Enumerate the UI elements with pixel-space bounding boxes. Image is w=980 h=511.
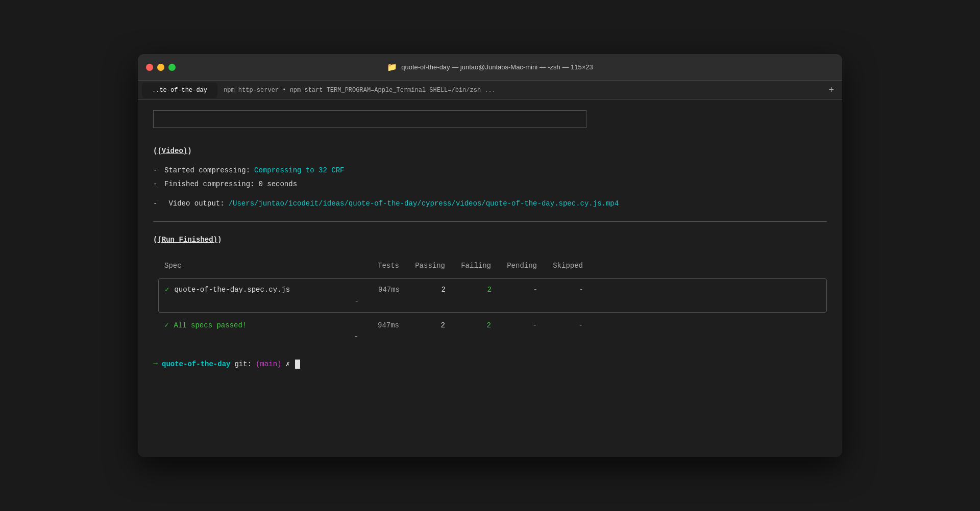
row-passing: 2 bbox=[446, 284, 492, 295]
col-pending: Pending bbox=[491, 260, 537, 271]
video-section-header: ((Video)) bbox=[153, 145, 827, 157]
window-title-text: quote-of-the-day — juntao@Juntaos-Mac-mi… bbox=[401, 63, 593, 71]
row-failing: - bbox=[492, 284, 537, 295]
terminal-body[interactable]: ((Video)) - Started compressing: Compres… bbox=[138, 100, 842, 457]
top-border-box bbox=[153, 110, 586, 128]
prompt-arrow-icon: → bbox=[153, 358, 158, 370]
dash-2: - bbox=[153, 178, 160, 190]
minimize-button[interactable] bbox=[157, 64, 164, 71]
traffic-lights bbox=[146, 64, 176, 71]
add-tab-button[interactable]: + bbox=[824, 85, 838, 95]
all-specs-label: All specs passed! bbox=[174, 320, 247, 331]
tab-2-area: npm http-server • npm start TERM_PROGRAM… bbox=[217, 85, 838, 95]
started-value: Compressing to 32 CRF bbox=[254, 165, 344, 176]
prompt-line: → quote-of-the-day git:(main) ✗ bbox=[153, 358, 827, 370]
row-pending: - bbox=[537, 284, 583, 295]
spec-cell: ✓ quote-of-the-day.spec.cy.js bbox=[165, 284, 359, 295]
close-button[interactable] bbox=[146, 64, 153, 71]
summary-pending: - bbox=[537, 320, 583, 331]
summary-passing: 2 bbox=[445, 320, 491, 331]
video-output-path: /Users/juntao/icodeit/ideas/quote-of-the… bbox=[229, 198, 619, 209]
summary-row: ✓ All specs passed! 947ms 2 2 - - - bbox=[158, 315, 827, 348]
finished-compressing-line: - Finished compressing: 0 seconds bbox=[153, 178, 827, 190]
terminal-window: 📁 quote-of-the-day — juntao@Juntaos-Mac-… bbox=[138, 54, 842, 457]
prompt-suffix-icon: ✗ bbox=[285, 359, 289, 370]
col-spec: Spec bbox=[164, 260, 358, 271]
video-output-label: Video output: bbox=[164, 198, 225, 209]
prompt-directory: quote-of-the-day bbox=[162, 359, 230, 370]
check-icon: ✓ bbox=[165, 284, 169, 295]
video-header-text: (Video) bbox=[157, 147, 187, 155]
maximize-button[interactable] bbox=[168, 64, 176, 71]
summary-time: 947ms bbox=[358, 320, 399, 331]
window-title: 📁 quote-of-the-day — juntao@Juntaos-Mac-… bbox=[387, 62, 593, 72]
dash-1: - bbox=[153, 165, 160, 176]
started-label: Started compressing: bbox=[164, 165, 250, 176]
all-specs-cell: ✓ All specs passed! bbox=[164, 320, 358, 331]
run-finished-text: (Run Finished) bbox=[157, 236, 217, 244]
summary-failing: - bbox=[491, 320, 537, 331]
run-finished-header: ((Run Finished)) bbox=[153, 234, 827, 245]
prompt-git-prefix: git: bbox=[234, 359, 252, 370]
results-table: Spec Tests Passing Failing Pending Skipp… bbox=[158, 256, 827, 348]
spec-filename: quote-of-the-day.spec.cy.js bbox=[174, 284, 290, 295]
tab-1[interactable]: ..te-of-the-day bbox=[142, 83, 217, 98]
started-compressing-line: - Started compressing: Compressing to 32… bbox=[153, 165, 827, 176]
summary-tests: 2 bbox=[399, 320, 445, 331]
summary-check-icon: ✓ bbox=[164, 320, 168, 331]
titlebar: 📁 quote-of-the-day — juntao@Juntaos-Mac-… bbox=[138, 54, 842, 81]
video-output-line: - Video output: /Users/juntao/icodeit/id… bbox=[153, 198, 827, 209]
col-tests: Tests bbox=[358, 260, 399, 271]
table-row: ✓ quote-of-the-day.spec.cy.js 947ms 2 2 … bbox=[159, 279, 826, 312]
col-passing: Passing bbox=[399, 260, 445, 271]
dash-3: - bbox=[153, 198, 160, 209]
tab-1-label: ..te-of-the-day bbox=[152, 87, 207, 94]
folder-icon: 📁 bbox=[387, 62, 397, 72]
table-header: Spec Tests Passing Failing Pending Skipp… bbox=[158, 256, 827, 275]
row-time: 947ms bbox=[359, 284, 400, 295]
finished-label: Finished compressing: bbox=[164, 178, 254, 190]
terminal-cursor bbox=[295, 360, 300, 369]
row-tests: 2 bbox=[400, 284, 446, 295]
spec-row-box: ✓ quote-of-the-day.spec.cy.js 947ms 2 2 … bbox=[158, 278, 827, 313]
summary-skipped: - bbox=[164, 331, 358, 342]
finished-value: 0 seconds bbox=[258, 178, 297, 190]
section-divider bbox=[153, 221, 827, 222]
col-failing: Failing bbox=[445, 260, 491, 271]
col-skipped: Skipped bbox=[537, 260, 583, 271]
prompt-git-branch: (main) bbox=[256, 359, 281, 370]
tab-2-label[interactable]: npm http-server • npm start TERM_PROGRAM… bbox=[217, 87, 502, 94]
tab-bar: ..te-of-the-day npm http-server • npm st… bbox=[138, 81, 842, 100]
row-skipped: - bbox=[165, 296, 359, 307]
